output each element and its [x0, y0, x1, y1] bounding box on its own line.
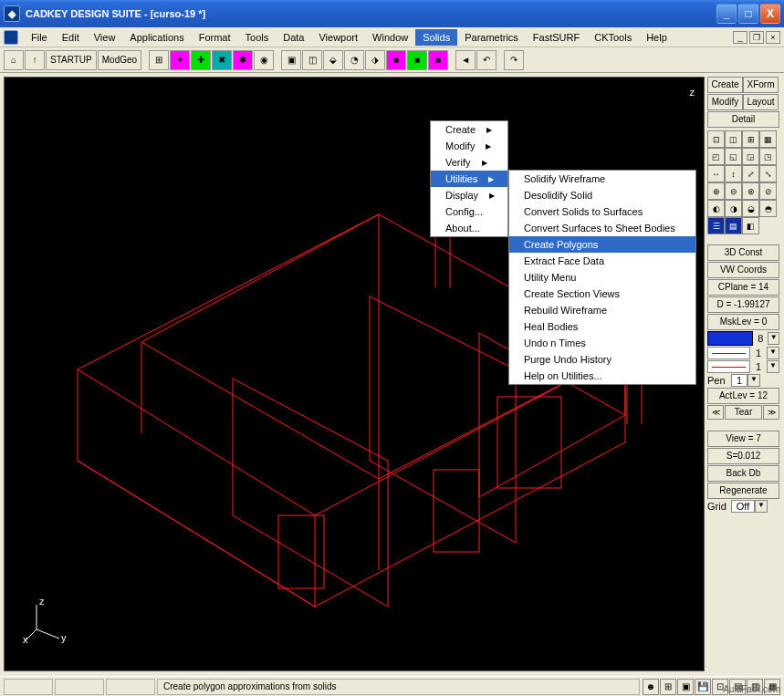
side-actlev[interactable]: ActLev = 12 — [707, 388, 779, 404]
side-icon[interactable]: ⊡ — [707, 130, 725, 148]
side-pen-row[interactable]: Pen1▼ — [707, 374, 779, 387]
tool-e-icon[interactable]: ⬗ — [365, 50, 385, 70]
dropdown-icon[interactable]: ▼ — [767, 360, 779, 373]
tool-cube-icon[interactable]: ◉ — [254, 50, 274, 70]
menu-fastsurf[interactable]: FastSURF — [526, 29, 587, 46]
submenu-purge-undo[interactable]: Purge Undo History — [509, 351, 695, 368]
submenu-extract-face-data[interactable]: Extract Face Data — [509, 253, 695, 269]
side-icon[interactable]: ◒ — [742, 200, 759, 217]
menu-edit[interactable]: Edit — [55, 29, 87, 46]
submenu-create-polygons[interactable]: Create Polygons — [509, 236, 695, 253]
tool-up-icon[interactable]: ↑ — [25, 50, 45, 70]
side-icon[interactable]: ⊕ — [707, 182, 725, 200]
menu-format[interactable]: Format — [192, 29, 238, 46]
side-icon[interactable]: ◓ — [759, 200, 777, 217]
menu-item-config[interactable]: Config... — [431, 203, 507, 220]
submenu-heal-bodies[interactable]: Heal Bodies — [509, 318, 695, 335]
submenu-help-utilities[interactable]: Help on Utilities... — [509, 368, 695, 384]
menu-viewport[interactable]: Viewport — [311, 29, 365, 46]
side-layout-button[interactable]: Layout — [743, 94, 779, 110]
tool-color2-icon[interactable]: ✚ — [191, 50, 211, 70]
side-linetype-row[interactable]: 1▼ — [707, 347, 779, 359]
tool-b-icon[interactable]: ◫ — [302, 50, 322, 70]
status-icon[interactable]: ⊞ — [660, 679, 676, 695]
menu-item-utilities[interactable]: Utilities — [431, 171, 507, 187]
menu-applications[interactable]: Applications — [122, 29, 191, 46]
tool-back-icon[interactable]: ◄ — [455, 50, 476, 70]
submenu-rebuild-wireframe[interactable]: Rebuild Wireframe — [509, 302, 695, 318]
dropdown-icon[interactable]: ▼ — [767, 347, 779, 359]
maximize-button[interactable]: □ — [738, 4, 758, 24]
side-msklev[interactable]: MskLev = 0 — [707, 314, 779, 330]
side-scale[interactable]: S=0.012 — [707, 448, 779, 464]
side-create-button[interactable]: Create — [707, 77, 743, 93]
side-icon[interactable]: ⤢ — [742, 165, 759, 182]
side-icon[interactable]: ☰ — [707, 217, 725, 234]
side-icon[interactable]: ↕ — [725, 165, 742, 182]
mdi-restore-button[interactable]: ❐ — [749, 31, 764, 44]
tool-startup[interactable]: STARTUP — [46, 50, 97, 70]
tool-h-icon[interactable]: ■ — [428, 50, 448, 70]
side-icon[interactable]: ◑ — [725, 200, 742, 217]
tool-f-icon[interactable]: ■ — [386, 50, 406, 70]
tool-g-icon[interactable]: ■ — [407, 50, 427, 70]
side-3dconst[interactable]: 3D Const — [707, 244, 779, 261]
menu-parametrics[interactable]: Parametrics — [457, 29, 526, 46]
menu-file[interactable]: File — [24, 29, 55, 46]
tool-a-icon[interactable]: ▣ — [281, 50, 301, 70]
side-icon[interactable]: ↔ — [707, 165, 725, 182]
side-lineweight-row[interactable]: 1▼ — [707, 360, 779, 373]
menu-item-display[interactable]: Display — [431, 187, 507, 203]
side-backdb[interactable]: Back Db — [707, 465, 779, 482]
tool-color3-icon[interactable]: ✖ — [212, 50, 232, 70]
dropdown-icon[interactable]: ▼ — [768, 332, 779, 345]
side-icon[interactable]: ▦ — [759, 130, 777, 148]
minimize-button[interactable]: _ — [716, 4, 737, 24]
tear-prev-button[interactable]: ≪ — [707, 405, 724, 420]
tool-color4-icon[interactable]: ✱ — [233, 50, 253, 70]
submenu-create-section-views[interactable]: Create Section Views — [509, 286, 695, 302]
dropdown-icon[interactable]: ▼ — [747, 374, 760, 387]
menu-solids[interactable]: Solids — [415, 29, 457, 46]
menu-data[interactable]: Data — [276, 29, 311, 46]
submenu-convert-solids-surfaces[interactable]: Convert Solids to Surfaces — [509, 203, 695, 220]
side-icon[interactable]: ⊘ — [759, 182, 777, 200]
side-icon[interactable]: ◳ — [759, 148, 777, 165]
side-icon[interactable]: ◫ — [725, 130, 742, 148]
status-icon[interactable]: ▣ — [677, 679, 694, 695]
tool-c-icon[interactable]: ⬙ — [323, 50, 343, 70]
side-icon[interactable]: ◱ — [725, 148, 742, 165]
side-regenerate[interactable]: Regenerate — [707, 483, 779, 499]
side-detail-button[interactable]: Detail — [707, 111, 779, 128]
menu-item-verify[interactable]: Verify — [431, 154, 507, 171]
close-button[interactable]: X — [760, 4, 780, 24]
menu-window[interactable]: Window — [365, 29, 415, 46]
tool-color1-icon[interactable]: ✦ — [170, 50, 190, 70]
side-xform-button[interactable]: XForm — [743, 77, 779, 93]
tool-redo-icon[interactable]: ↷ — [504, 50, 524, 70]
tool-undo-icon[interactable]: ↶ — [476, 50, 497, 70]
dropdown-icon[interactable]: ▼ — [755, 500, 768, 513]
side-icon[interactable]: ◲ — [742, 148, 759, 165]
mdi-close-button[interactable]: × — [766, 31, 780, 44]
side-d[interactable]: D = -1.99127 — [707, 296, 779, 313]
side-cplane[interactable]: CPlane = 14 — [707, 279, 779, 296]
side-icon[interactable]: ◰ — [707, 148, 725, 165]
tool-home-icon[interactable]: ⌂ — [4, 50, 24, 70]
side-view[interactable]: View = 7 — [707, 431, 779, 447]
side-icon[interactable]: ▤ — [725, 217, 742, 234]
tool-d-icon[interactable]: ◔ — [344, 50, 364, 70]
mdi-minimize-button[interactable]: _ — [733, 31, 747, 44]
side-modify-button[interactable]: Modify — [707, 94, 743, 110]
menu-cktools[interactable]: CKTools — [587, 29, 639, 46]
submenu-undo-n-times[interactable]: Undo n Times — [509, 335, 695, 351]
status-icon[interactable]: ☻ — [643, 679, 659, 695]
tool-dim-icon[interactable]: ⊞ — [149, 50, 169, 70]
side-icon[interactable]: ⊞ — [742, 130, 759, 148]
submenu-convert-surfaces-sheet[interactable]: Convert Surfaces to Sheet Bodies — [509, 220, 695, 236]
status-save-icon[interactable]: 💾 — [695, 679, 711, 695]
tear-next-button[interactable]: ≫ — [763, 405, 779, 420]
menu-item-about[interactable]: About... — [431, 220, 507, 236]
menu-help[interactable]: Help — [639, 29, 674, 46]
side-icon[interactable]: ⊗ — [742, 182, 759, 200]
